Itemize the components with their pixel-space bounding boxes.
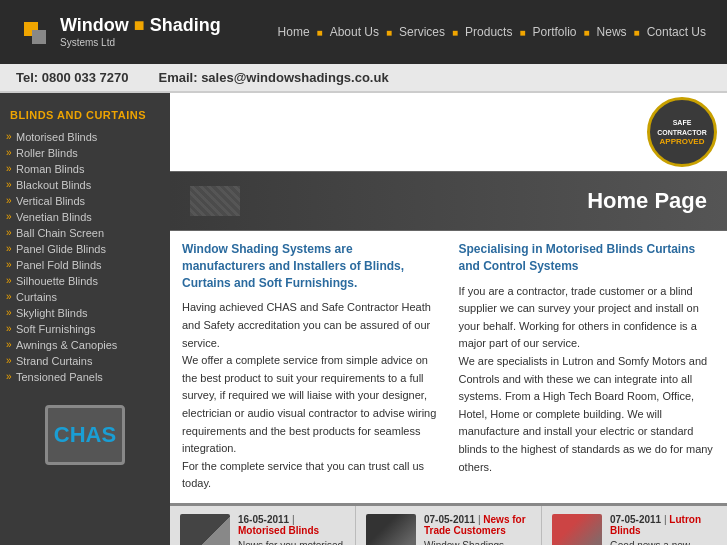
news-date-1: 16-05-2011 [238, 514, 289, 525]
logo-line2: Systems Ltd [60, 37, 221, 49]
email-address: Email: sales@windowshadings.co.uk [159, 70, 389, 85]
main-nav: Home ■ About Us ■ Services ■ Products ■ … [273, 21, 711, 43]
badge-contractor: CONTRACTOR [657, 128, 707, 137]
sidebar-item[interactable]: Silhouette Blinds [0, 273, 170, 289]
news-item-1: 16-05-2011 | Motorised Blinds News for y… [170, 506, 356, 545]
news-content-3: 07-05-2011 | Lutron Blinds Good news a n… [610, 514, 717, 545]
sidebar-item[interactable]: Awnings & Canopies [0, 337, 170, 353]
nav-products[interactable]: Products [460, 21, 517, 43]
sidebar-item[interactable]: Venetian Blinds [0, 209, 170, 225]
nav-news[interactable]: News [592, 21, 632, 43]
badge-safe: SAFE [673, 118, 692, 127]
nav-about[interactable]: About Us [325, 21, 384, 43]
intro-left: Window Shading Systems are manufacturers… [182, 241, 439, 493]
nav-sep-1: ■ [317, 27, 323, 38]
sidebar-item[interactable]: Roman Blinds [0, 161, 170, 177]
content-area: SAFE CONTRACTOR APPROVED Home Page Windo… [170, 93, 727, 545]
badge-approved: APPROVED [660, 137, 705, 146]
nav-home[interactable]: Home [273, 21, 315, 43]
intro-right-heading: Specialising in Motorised Blinds Curtain… [459, 241, 716, 275]
nav-services[interactable]: Services [394, 21, 450, 43]
chas-area: CHAS [0, 385, 170, 485]
main-layout: BLINDS AND CURTAINS Motorised Blinds Rol… [0, 93, 727, 545]
news-item-3: 07-05-2011 | Lutron Blinds Good news a n… [542, 506, 727, 545]
chas-text: CHAS [54, 422, 116, 448]
hero-banner-left [190, 186, 587, 216]
news-date-tag-1: 16-05-2011 | Motorised Blinds [238, 514, 345, 536]
news-sep-1: | [292, 514, 295, 525]
news-thumb-1 [180, 514, 230, 545]
sidebar-title: BLINDS AND CURTAINS [0, 103, 170, 129]
top-content: SAFE CONTRACTOR APPROVED [170, 93, 727, 171]
news-tag-1[interactable]: Motorised Blinds [238, 525, 319, 536]
news-item-2: 07-05-2011 | News for Trade Customers Wi… [356, 506, 542, 545]
nav-sep-3: ■ [452, 27, 458, 38]
nav-sep-5: ■ [584, 27, 590, 38]
page-title: Home Page [587, 188, 707, 214]
news-thumb-2 [366, 514, 416, 545]
sidebar-item[interactable]: Motorised Blinds [0, 129, 170, 145]
sidebar-item[interactable]: Blackout Blinds [0, 177, 170, 193]
logo-line1: Window ■ Shading [60, 15, 221, 37]
safe-contractor-badge: SAFE CONTRACTOR APPROVED [647, 97, 717, 167]
nav-contact[interactable]: Contact Us [642, 21, 711, 43]
sidebar-item[interactable]: Skylight Blinds [0, 305, 170, 321]
logo-text: Window ■ Shading Systems Ltd [60, 15, 221, 49]
hero-pattern-decoration [190, 186, 240, 216]
news-thumb-3 [552, 514, 602, 545]
sidebar: BLINDS AND CURTAINS Motorised Blinds Rol… [0, 93, 170, 545]
intro-section: Window Shading Systems are manufacturers… [170, 241, 727, 503]
chas-logo: CHAS [45, 405, 125, 465]
sidebar-item[interactable]: Ball Chain Screen [0, 225, 170, 241]
nav-sep-4: ■ [519, 27, 525, 38]
contact-bar: Tel: 0800 033 7270 Email: sales@windowsh… [0, 64, 727, 93]
nav-sep-2: ■ [386, 27, 392, 38]
intro-right-body: If you are a contractor, trade customer … [459, 283, 716, 477]
news-body-1: News for you motorised blinds are becomi… [238, 539, 345, 545]
logo-area: Window ■ Shading Systems Ltd [16, 14, 221, 50]
news-body-2: Window Shadings Systems Ltd teams up wit… [424, 539, 531, 545]
news-content-1: 16-05-2011 | Motorised Blinds News for y… [238, 514, 345, 545]
phone-number: Tel: 0800 033 7270 [16, 70, 129, 85]
svg-rect-2 [32, 30, 46, 44]
sidebar-menu: Motorised Blinds Roller Blinds Roman Bli… [0, 129, 170, 385]
news-date-2: 07-05-2011 [424, 514, 475, 525]
news-date-3: 07-05-2011 [610, 514, 661, 525]
intro-left-heading: Window Shading Systems are manufacturers… [182, 241, 439, 291]
news-content-2: 07-05-2011 | News for Trade Customers Wi… [424, 514, 531, 545]
sidebar-item[interactable]: Soft Furnishings [0, 321, 170, 337]
news-date-tag-2: 07-05-2011 | News for Trade Customers [424, 514, 531, 536]
intro-left-body: Having achieved CHAS and Safe Contractor… [182, 299, 439, 493]
nav-sep-6: ■ [634, 27, 640, 38]
sidebar-item[interactable]: Vertical Blinds [0, 193, 170, 209]
intro-right: Specialising in Motorised Blinds Curtain… [459, 241, 716, 493]
header: Window ■ Shading Systems Ltd Home ■ Abou… [0, 0, 727, 64]
news-body-3: Good news a new motorised product from L… [610, 539, 717, 545]
sidebar-item[interactable]: Tensioned Panels [0, 369, 170, 385]
sidebar-item[interactable]: Panel Fold Blinds [0, 257, 170, 273]
news-section: 16-05-2011 | Motorised Blinds News for y… [170, 503, 727, 545]
sidebar-item[interactable]: Roller Blinds [0, 145, 170, 161]
news-date-tag-3: 07-05-2011 | Lutron Blinds [610, 514, 717, 536]
hero-banner: Home Page [170, 171, 727, 231]
nav-portfolio[interactable]: Portfolio [528, 21, 582, 43]
logo-icon [16, 14, 52, 50]
sidebar-item[interactable]: Panel Glide Blinds [0, 241, 170, 257]
sidebar-item[interactable]: Strand Curtains [0, 353, 170, 369]
sidebar-item[interactable]: Curtains [0, 289, 170, 305]
